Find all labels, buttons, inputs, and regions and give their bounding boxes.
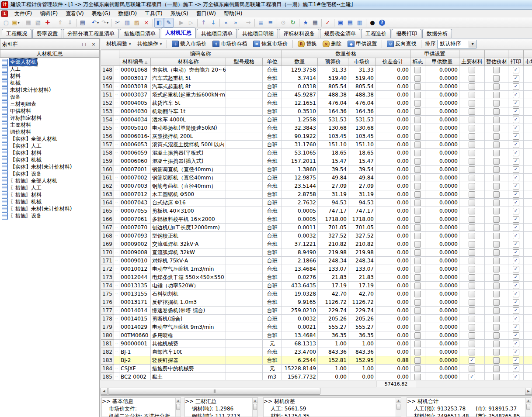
cell-flag[interactable]	[410, 190, 425, 199]
cell-spec[interactable]	[226, 340, 263, 348]
cell-mkt2[interactable]	[524, 265, 532, 273]
cell-est[interactable]	[485, 356, 508, 365]
cell-unit[interactable]: 台班	[263, 107, 282, 116]
cell-qty[interactable]: 2.8758	[282, 190, 318, 199]
cell-mkt2[interactable]	[524, 199, 532, 207]
cell-main[interactable]	[459, 66, 485, 74]
checkbox-print-checked[interactable]: ✓	[513, 266, 519, 272]
cell-name[interactable]: 汽车式起重机 5t	[151, 74, 226, 83]
cell-print[interactable]: ✓	[508, 165, 524, 174]
checkbox-main-unchecked[interactable]	[469, 100, 475, 107]
cell-market[interactable]: 229.74	[348, 307, 376, 315]
cell-code[interactable]: 00013155	[119, 290, 151, 298]
cell-market[interactable]: 164.36	[348, 107, 376, 116]
cell-print[interactable]: ✓	[508, 356, 524, 365]
column-header-main[interactable]: 主要材料	[459, 58, 485, 66]
cell-diff[interactable]: 0.00	[376, 224, 410, 232]
checkbox-flag-unchecked[interactable]	[414, 357, 421, 364]
indent-icon[interactable]: «	[221, 18, 231, 28]
cell-print[interactable]: ✓	[508, 207, 524, 215]
cell-main[interactable]	[459, 107, 485, 116]
cell-mkt2[interactable]	[524, 141, 532, 149]
cell-code[interactable]: 90000001	[119, 340, 151, 348]
cell-mkt2[interactable]	[524, 224, 532, 232]
cell-code[interactable]: 00007061	[119, 215, 151, 224]
checkbox-est-unchecked[interactable]	[493, 341, 500, 347]
cell-name[interactable]: 黏土	[151, 373, 226, 380]
cell-main[interactable]	[459, 240, 485, 248]
cell-name[interactable]: 反铲挖掘机 1.0m3	[151, 298, 226, 307]
cell-name[interactable]: 电锤（功率520W）	[151, 282, 226, 290]
cell-est[interactable]	[485, 149, 508, 157]
cell-qty[interactable]: 13.4684	[282, 265, 318, 273]
cell-mkt2[interactable]	[524, 116, 532, 124]
cell-flag[interactable]	[410, 182, 425, 190]
sidebar-item[interactable]: 〖措施〗机械	[0, 198, 99, 205]
cell-code[interactable]: BJ-1	[119, 348, 151, 356]
cell-est[interactable]	[485, 248, 508, 257]
row-number[interactable]: 156	[101, 132, 114, 141]
cell-supply[interactable]: 0.0000	[425, 132, 459, 141]
menu-item-3[interactable]: 表格(G)	[88, 10, 115, 18]
cell-diff[interactable]: 0.00	[376, 315, 410, 323]
row-number[interactable]: 169	[101, 240, 114, 248]
cell-print[interactable]: ✓	[508, 373, 524, 380]
cell-market[interactable]: 843.36	[348, 348, 376, 356]
cell-name[interactable]: 灰浆搅拌机 200L	[151, 132, 226, 141]
cell-spec[interactable]	[226, 207, 263, 215]
cell-diff[interactable]: 0.00	[376, 232, 410, 240]
cell-flag[interactable]	[410, 207, 425, 215]
checkbox-est-unchecked[interactable]	[493, 200, 500, 206]
cell-supply[interactable]: 0.0000	[425, 265, 459, 273]
cell-code[interactable]: 00012044	[119, 273, 151, 282]
checkbox-flag-unchecked[interactable]	[414, 332, 421, 339]
cell-budget[interactable]: 701.05	[318, 224, 348, 232]
cell-code[interactable]: 00TM0660	[119, 331, 151, 340]
cell-supply[interactable]: 0.0000	[425, 298, 459, 307]
checkbox-main-unchecked[interactable]	[469, 92, 475, 98]
cell-budget[interactable]: 843.36	[318, 348, 348, 356]
checkbox-print-checked[interactable]: ✓	[513, 233, 519, 239]
cell-diff[interactable]: 0.00	[376, 307, 410, 315]
checkbox-flag-unchecked[interactable]	[414, 67, 421, 73]
cell-code[interactable]: 00014015	[119, 315, 151, 323]
cell-supply[interactable]: 0.0000	[425, 74, 459, 83]
cell-qty[interactable]: 0.0005	[282, 207, 318, 215]
cell-code[interactable]: 00010012	[119, 265, 151, 273]
column-header-spec[interactable]: 型号规格	[226, 58, 263, 66]
column-header-supply[interactable]: 甲供数量	[425, 58, 459, 66]
checkbox-flag-unchecked[interactable]	[414, 258, 421, 264]
column-header-name[interactable]: 材料名称	[151, 58, 226, 66]
qq-messenger-icon[interactable]: ●	[368, 18, 377, 28]
other-operations-button[interactable]: 其他操作▼	[134, 39, 165, 49]
sort-dropdown-icon[interactable]: ▼	[469, 41, 476, 48]
sidebar-item[interactable]: 〖措施〗设备	[0, 212, 99, 219]
cell-flag[interactable]	[410, 348, 425, 356]
restore-market-price-button[interactable]: ≡恢复市场价	[250, 39, 291, 49]
cell-supply[interactable]: 0.0000	[425, 323, 459, 331]
checkbox-main-unchecked[interactable]	[469, 266, 475, 272]
row-number[interactable]: 170	[101, 248, 114, 257]
sidebar-item[interactable]: 〖措施〗材料	[0, 191, 99, 198]
cell-code[interactable]: 00007003	[119, 182, 151, 190]
dropdown-arrow-icon[interactable]: ▼	[129, 42, 131, 45]
collapse-level-icon[interactable]: ≣	[256, 18, 266, 28]
cell-code[interactable]: CSJXF	[119, 365, 151, 373]
cell-supply[interactable]: 0.0000	[425, 307, 459, 315]
cell-main[interactable]	[459, 74, 485, 83]
cell-main[interactable]	[459, 331, 485, 340]
cell-main[interactable]	[459, 323, 485, 331]
cell-mkt2[interactable]	[524, 282, 532, 290]
cell-name[interactable]: 多用喷枪	[151, 331, 226, 340]
cell-spec[interactable]	[226, 315, 263, 323]
tab-规费税金清单[interactable]: 规费税金清单	[320, 29, 360, 38]
panel-scrollbar[interactable]: ▲	[252, 398, 257, 417]
cell-flag[interactable]	[410, 224, 425, 232]
cell-name[interactable]: 直流弧焊机 32kW	[151, 248, 226, 257]
checkbox-est-unchecked[interactable]	[493, 216, 500, 223]
cell-name[interactable]: 滚筒式混凝土搅拌机 500L以内	[151, 141, 226, 149]
column-header-print[interactable]: 打印	[508, 58, 524, 66]
checkbox-main-unchecked[interactable]	[469, 365, 475, 372]
cell-est[interactable]	[485, 91, 508, 99]
cell-budget[interactable]: 1.00	[318, 340, 348, 348]
